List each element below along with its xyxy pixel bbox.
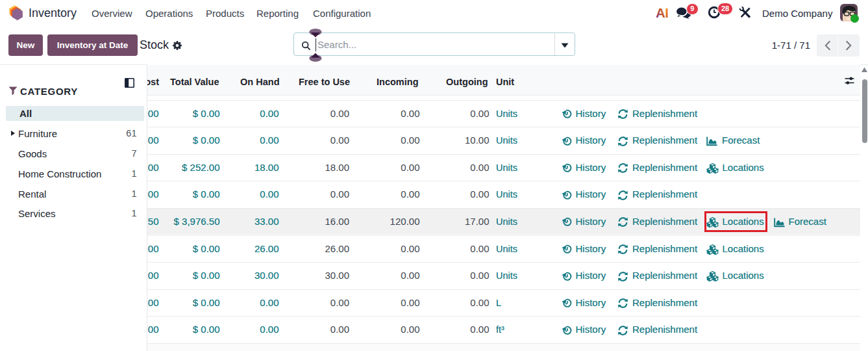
svg-text:AI: AI bbox=[656, 6, 669, 19]
